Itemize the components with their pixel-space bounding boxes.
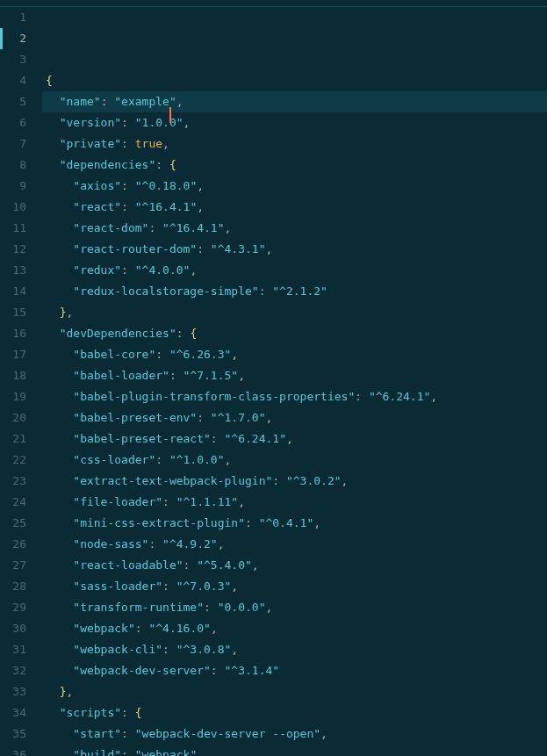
line-number: 27 <box>0 555 26 576</box>
code-line[interactable]: "react-dom": "^16.4.1", <box>42 218 547 239</box>
code-line[interactable]: "redux-localstorage-simple": "^2.1.2" <box>42 281 547 302</box>
json-key: "private" <box>60 137 121 150</box>
code-editor[interactable]: 1234567891011121314151617181920212223242… <box>0 7 547 756</box>
code-area[interactable]: { "name": "example", "version": "1.0.0",… <box>42 7 547 756</box>
json-brace: { <box>46 74 53 87</box>
line-number: 31 <box>0 639 26 660</box>
json-punct: : <box>211 664 225 677</box>
code-line[interactable]: "babel-preset-env": "^1.7.0", <box>42 407 547 428</box>
line-number: 34 <box>0 702 26 724</box>
json-punct: , <box>265 411 272 424</box>
line-number: 23 <box>0 471 26 492</box>
code-line[interactable]: "webpack": "^4.16.0", <box>42 618 547 639</box>
line-number: 6 <box>0 112 26 133</box>
json-punct: , <box>184 116 191 129</box>
json-punct: , <box>66 306 73 319</box>
json-punct: , <box>231 580 238 593</box>
json-string: "^16.4.1" <box>162 221 224 234</box>
code-line[interactable]: "devDependencies": { <box>42 323 547 344</box>
code-line[interactable]: "react-router-dom": "^4.3.1", <box>42 239 547 260</box>
json-punct: , <box>286 432 293 445</box>
json-punct: : <box>272 474 286 487</box>
code-line[interactable]: "dependencies": { <box>42 155 547 176</box>
json-punct: : <box>121 116 135 129</box>
json-string: "^4.9.2" <box>162 537 218 551</box>
json-punct: : <box>162 580 176 593</box>
code-line[interactable]: "extract-text-webpack-plugin": "^3.0.2", <box>42 471 547 492</box>
code-line[interactable]: "sass-loader": "^7.0.3", <box>42 576 547 597</box>
line-number: 12 <box>0 239 26 260</box>
line-number: 14 <box>0 281 26 302</box>
code-line[interactable]: "file-loader": "^1.1.11", <box>42 492 547 513</box>
code-line[interactable]: "babel-loader": "^7.1.5", <box>42 365 547 386</box>
json-punct: , <box>252 558 259 572</box>
json-key: "extract-text-webpack-plugin" <box>73 474 272 487</box>
json-punct: : <box>121 137 135 150</box>
json-string: "0.0.0" <box>218 601 266 614</box>
line-number: 16 <box>0 323 26 344</box>
code-line[interactable]: "react-loadable": "^5.4.0", <box>42 555 547 576</box>
code-line[interactable]: }, <box>42 302 547 323</box>
code-line[interactable]: "start": "webpack-dev-server --open", <box>42 724 547 745</box>
json-punct: : <box>121 179 135 192</box>
json-boolean: true <box>135 137 162 150</box>
code-line[interactable]: "mini-css-extract-plugin": "^0.4.1", <box>42 513 547 534</box>
code-line[interactable]: "build": "webpack" <box>42 745 547 756</box>
code-line[interactable]: }, <box>42 681 547 702</box>
json-string: "^3.0.2" <box>286 474 342 487</box>
line-number: 9 <box>0 176 26 197</box>
json-punct: , <box>231 348 238 361</box>
code-line[interactable]: { <box>42 70 547 91</box>
code-line[interactable]: "scripts": { <box>42 702 547 724</box>
code-line[interactable]: "webpack-dev-server": "^3.1.4" <box>42 660 547 681</box>
json-string: "example <box>114 95 169 108</box>
json-key: "webpack" <box>73 622 134 635</box>
json-key: "react-dom" <box>73 221 148 234</box>
json-key: "webpack-dev-server" <box>73 664 211 677</box>
line-number: 19 <box>0 386 26 407</box>
json-key: "redux-localstorage-simple" <box>73 284 258 298</box>
json-punct: , <box>320 727 327 740</box>
code-line[interactable]: "private": true, <box>42 133 547 155</box>
json-punct: , <box>197 200 204 213</box>
line-number: 10 <box>0 197 26 218</box>
code-line[interactable]: "css-loader": "^1.0.0", <box>42 450 547 471</box>
json-string: "^3.0.8" <box>176 643 232 656</box>
json-key: "scripts" <box>60 706 121 719</box>
code-line[interactable]: "react": "^16.4.1", <box>42 197 547 218</box>
json-key: "babel-loader" <box>73 369 169 382</box>
json-punct: : <box>169 369 184 382</box>
json-punct: , <box>218 537 225 551</box>
json-punct: : <box>121 263 135 277</box>
json-punct: : <box>135 622 149 635</box>
code-line[interactable]: "babel-plugin-transform-class-properties… <box>42 386 547 407</box>
code-line[interactable]: "babel-core": "^6.26.3", <box>42 344 547 365</box>
code-line[interactable]: "webpack-cli": "^3.0.8", <box>42 639 547 660</box>
json-key: "css-loader" <box>73 453 155 466</box>
json-key: "redux" <box>73 263 121 277</box>
json-punct: : <box>184 558 198 572</box>
json-string: "^1.0.0" <box>169 453 225 466</box>
code-line[interactable]: "transform-runtime": "0.0.0", <box>42 597 547 618</box>
code-line[interactable]: "name": "example", <box>42 91 547 112</box>
json-key: "name" <box>60 95 101 108</box>
line-number: 25 <box>0 513 26 534</box>
json-string: "^16.4.1" <box>135 200 197 213</box>
json-punct: : <box>155 158 169 171</box>
code-line[interactable]: "version": "1.0.0", <box>42 112 547 133</box>
code-line[interactable]: "axios": "^0.18.0", <box>42 176 547 197</box>
json-string: "^6.24.1" <box>369 390 430 403</box>
code-line[interactable]: "redux": "^4.0.0", <box>42 260 547 281</box>
line-number: 33 <box>0 681 26 702</box>
code-line[interactable]: "babel-preset-react": "^6.24.1", <box>42 428 547 450</box>
json-punct: : <box>162 643 176 656</box>
json-punct: , <box>313 516 320 529</box>
json-string: "^4.0.0" <box>135 263 191 277</box>
line-number: 15 <box>0 302 26 323</box>
line-number-gutter: 1234567891011121314151617181920212223242… <box>0 7 42 756</box>
active-line-marker <box>0 28 3 49</box>
line-number: 20 <box>0 407 26 428</box>
code-line[interactable]: "node-sass": "^4.9.2", <box>42 534 547 555</box>
json-string: "^6.26.3" <box>169 348 231 361</box>
json-punct: , <box>342 474 349 487</box>
